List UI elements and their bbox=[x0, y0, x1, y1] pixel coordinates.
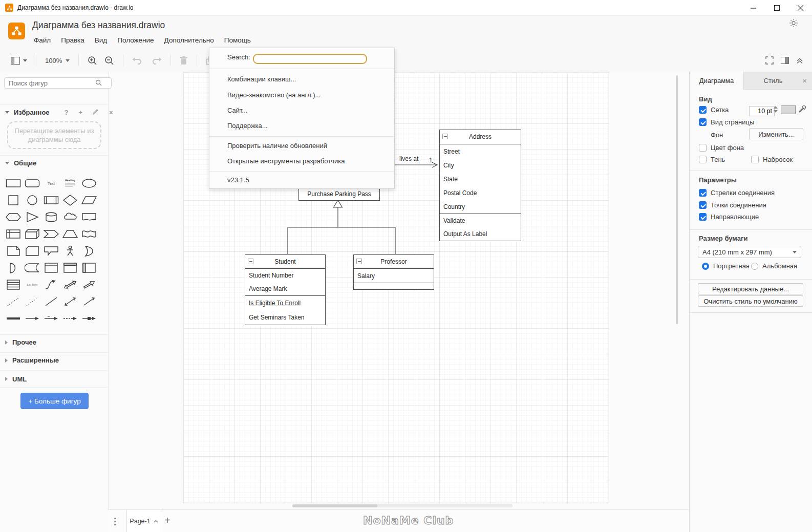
menu-item-quick-start-video[interactable]: Видео-знакомство (на англ.)... bbox=[227, 88, 381, 103]
class-method[interactable]: Get Seminars Taken bbox=[245, 310, 325, 325]
page-view-checkbox-row[interactable]: Вид страницы bbox=[699, 118, 754, 126]
shape-text[interactable]: Text bbox=[41, 175, 60, 191]
class-professor[interactable]: Professor Salary bbox=[353, 254, 434, 290]
shape-tape[interactable] bbox=[79, 225, 98, 242]
collapse-icon[interactable] bbox=[442, 134, 448, 139]
zoom-out-button[interactable] bbox=[101, 53, 118, 68]
landscape-radio[interactable] bbox=[751, 263, 758, 270]
help-search-input[interactable] bbox=[253, 54, 367, 64]
grid-color-swatch[interactable] bbox=[781, 105, 796, 114]
class-attribute[interactable]: Country bbox=[440, 200, 521, 214]
shape-dashed-edge[interactable] bbox=[60, 310, 79, 327]
section-misc[interactable]: Прочее bbox=[0, 334, 108, 350]
shape-container[interactable] bbox=[41, 259, 60, 276]
shape-step[interactable] bbox=[41, 225, 60, 242]
class-student[interactable]: Student Student Number Average Mark Is E… bbox=[245, 254, 326, 325]
shape-data-storage[interactable] bbox=[23, 259, 41, 276]
shape-process[interactable] bbox=[41, 191, 60, 208]
shape-and[interactable] bbox=[4, 259, 23, 276]
format-panel-toggle-icon[interactable] bbox=[777, 53, 793, 68]
section-advanced[interactable]: Расширенные bbox=[0, 352, 108, 368]
portrait-radio[interactable] bbox=[702, 263, 709, 270]
connection-points-row[interactable]: Точки соединения bbox=[699, 201, 766, 209]
shape-arrow[interactable] bbox=[79, 276, 98, 293]
class-attribute[interactable]: Average Mark bbox=[245, 282, 325, 295]
shape-bidirectional-arrow[interactable] bbox=[60, 276, 79, 293]
shape-internal-storage[interactable] bbox=[4, 225, 23, 242]
menu-item-devtools[interactable]: Открытые инструменты разработчика bbox=[227, 154, 381, 169]
close-panel-icon[interactable]: × bbox=[802, 77, 807, 84]
bg-color-checkbox[interactable] bbox=[699, 144, 707, 152]
close-icon[interactable]: × bbox=[109, 109, 113, 116]
close-button[interactable] bbox=[788, 0, 812, 15]
shape-triangle[interactable] bbox=[23, 208, 41, 225]
horizontal-scrollbar-thumb[interactable] bbox=[292, 504, 377, 507]
section-favorites[interactable]: Избранное ? + × bbox=[0, 104, 108, 120]
menu-item-keyboard-shortcuts[interactable]: Комбинации клавиш... bbox=[227, 72, 381, 87]
class-address[interactable]: Address Street City State Postal Code Co… bbox=[439, 130, 521, 241]
shape-circle[interactable] bbox=[23, 191, 41, 208]
landscape-radio-row[interactable]: Альбомная bbox=[751, 262, 797, 270]
edit-data-button[interactable]: Редактировать данные... bbox=[698, 283, 803, 294]
bg-color-checkbox-row[interactable]: Цвет фона bbox=[699, 144, 744, 152]
shape-cylinder[interactable] bbox=[41, 208, 60, 225]
maximize-button[interactable] bbox=[765, 0, 788, 15]
shape-dashed-line[interactable] bbox=[4, 293, 23, 310]
shadow-checkbox-row[interactable]: Тень bbox=[699, 156, 725, 163]
shape-bidirectional-connector[interactable] bbox=[60, 293, 79, 310]
view-panels-button[interactable] bbox=[7, 53, 31, 68]
grid-checkbox-row[interactable]: Сетка bbox=[699, 106, 729, 114]
add-page-button[interactable]: + bbox=[164, 515, 170, 526]
menu-extras[interactable]: Дополнительно bbox=[164, 36, 214, 44]
fullscreen-icon[interactable] bbox=[762, 53, 777, 68]
favorites-dropzone[interactable]: Перетащите элементы издиаграммы сюда bbox=[7, 121, 101, 149]
vertical-scrollbar[interactable] bbox=[676, 75, 678, 324]
shape-annotated-edge[interactable] bbox=[79, 310, 98, 327]
add-icon[interactable]: + bbox=[79, 109, 83, 116]
shape-directional-edge[interactable] bbox=[23, 310, 41, 327]
shape-horizontal-container[interactable] bbox=[79, 259, 98, 276]
menu-file[interactable]: Файл bbox=[34, 36, 51, 44]
guides-checkbox[interactable] bbox=[699, 213, 707, 221]
grid-checkbox[interactable] bbox=[699, 106, 707, 114]
class-attribute[interactable]: Student Number bbox=[245, 269, 325, 282]
shape-card[interactable] bbox=[23, 242, 41, 259]
portrait-radio-row[interactable]: Портретная bbox=[702, 262, 750, 270]
section-uml[interactable]: UML bbox=[0, 370, 108, 388]
zoom-level-dropdown[interactable]: 100% bbox=[41, 53, 73, 68]
pages-menu-icon[interactable] bbox=[114, 516, 116, 527]
more-shapes-button[interactable]: + Больше фигур bbox=[20, 393, 89, 409]
shape-parallelogram[interactable] bbox=[79, 191, 98, 208]
redo-button[interactable] bbox=[147, 53, 165, 68]
shape-document[interactable] bbox=[79, 208, 98, 225]
canvas-area[interactable] bbox=[108, 72, 689, 532]
shape-list[interactable] bbox=[4, 276, 23, 293]
shape-directional-connector[interactable] bbox=[79, 293, 98, 310]
shadow-checkbox[interactable] bbox=[699, 156, 707, 163]
help-icon[interactable]: ? bbox=[65, 109, 69, 116]
shape-rectangle[interactable] bbox=[4, 175, 23, 191]
class-attribute[interactable]: Salary bbox=[354, 269, 434, 283]
sketch-checkbox[interactable] bbox=[751, 156, 759, 163]
undo-button[interactable] bbox=[129, 53, 147, 68]
edge-label-lives-at[interactable]: lives at bbox=[398, 155, 419, 162]
menu-view[interactable]: Вид bbox=[95, 36, 107, 44]
shape-labeled-edge[interactable] bbox=[41, 310, 60, 327]
shape-line[interactable] bbox=[41, 293, 60, 310]
page-view-checkbox[interactable] bbox=[699, 118, 707, 126]
connection-arrows-checkbox[interactable] bbox=[699, 189, 707, 197]
class-method[interactable]: Validate bbox=[440, 214, 521, 227]
shape-note[interactable] bbox=[4, 242, 23, 259]
menu-item-website[interactable]: Сайт... bbox=[227, 103, 381, 118]
clear-default-style-button[interactable]: Очистить стиль по умолчанию bbox=[698, 295, 803, 307]
collapse-toolbar-icon[interactable] bbox=[793, 53, 807, 68]
connection-arrows-row[interactable]: Стрелки соединения bbox=[699, 189, 775, 197]
grid-size-input[interactable] bbox=[749, 106, 775, 116]
shape-dotted-line[interactable] bbox=[23, 293, 41, 310]
shape-trapezoid[interactable] bbox=[60, 225, 79, 242]
page-tab[interactable]: Page-1 bbox=[126, 510, 161, 532]
guides-row[interactable]: Направляющие bbox=[699, 213, 759, 221]
shape-cube[interactable] bbox=[23, 225, 41, 242]
class-attribute[interactable]: Postal Code bbox=[440, 186, 521, 200]
shape-actor[interactable] bbox=[60, 242, 79, 259]
